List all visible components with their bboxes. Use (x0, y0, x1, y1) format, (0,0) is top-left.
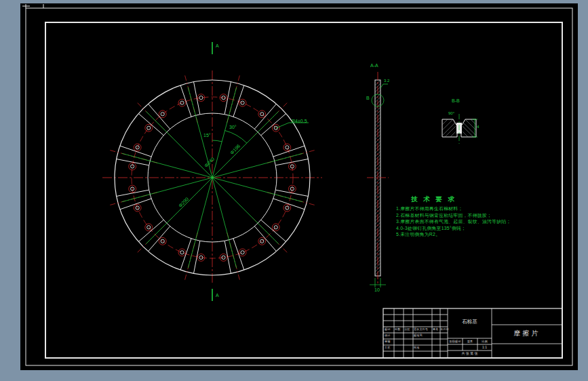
front-view (102, 42, 322, 301)
section-title: A-A (370, 63, 378, 68)
tech-req-item: 3.摩擦片表面不得有气泡、起层、裂纹、油污等缺陷； (396, 220, 511, 224)
cad-drawing (0, 0, 588, 381)
side-section-view (367, 72, 389, 287)
row-standard: 标准化 (414, 334, 423, 337)
sheet-borders (22, 4, 572, 365)
sheet-info: 共 张 第 张 (448, 352, 492, 355)
countersink-angle-label: 90° (448, 111, 454, 115)
roughness-label: 3.2 (384, 79, 389, 83)
cad-viewer: 15° 30° Φ196 Φ240 Φ290 R4±0.5 A A A-A B … (0, 0, 588, 381)
tech-req-item: 2.石棉基材料与钢背应粘结牢固，不得脱胶； (396, 214, 511, 218)
row-approve: 批准 (414, 346, 419, 349)
col-date: 年月日 (440, 328, 449, 331)
technical-requirements: 技 术 要 求 1.摩擦片不得用再生石棉材料； 2.石棉基材料与钢背应粘结牢固，… (396, 195, 511, 239)
row-design: 设计 (385, 334, 390, 337)
col-doc: 更改文件号 (414, 328, 428, 331)
scale-label: 比例 (477, 340, 492, 343)
angle-dim-label: 30° (229, 125, 237, 129)
row-check: 审核 (385, 340, 390, 343)
scale-value: 1:1 (477, 346, 492, 349)
detail-title: B-B (452, 98, 460, 103)
row-process: 工艺 (385, 346, 390, 349)
weight-label: 重量 (463, 340, 477, 343)
thickness-dim-label: 10 (374, 287, 380, 292)
hole-note-label: R4±0.5 (292, 119, 307, 123)
depth-dim-label: 4 (477, 125, 479, 129)
tech-req-item: 4.0-3处铆钉孔倒角至135°倒钝； (396, 226, 511, 231)
section-letter: A (216, 43, 219, 48)
section-letter: A (216, 293, 219, 298)
detail-callout-label: B (366, 96, 370, 100)
tech-req-title: 技 术 要 求 (411, 195, 511, 204)
col-zone: 分区 (404, 328, 410, 331)
part-name: 摩擦片 (492, 330, 562, 337)
col-count: 处数 (395, 328, 400, 331)
material-label: 石棉基 (448, 319, 492, 325)
tech-req-item: 5.未注明倒角为R2。 (396, 233, 511, 237)
detail-view (442, 114, 477, 144)
col-sign: 签名 (433, 328, 438, 331)
tech-req-item: 1.摩擦片不得用再生石棉材料； (396, 207, 511, 212)
col-mark: 标记 (385, 328, 390, 331)
stage-mark-label: 阶段标记 (448, 340, 463, 343)
angle-dim-label: 15° (203, 133, 211, 138)
